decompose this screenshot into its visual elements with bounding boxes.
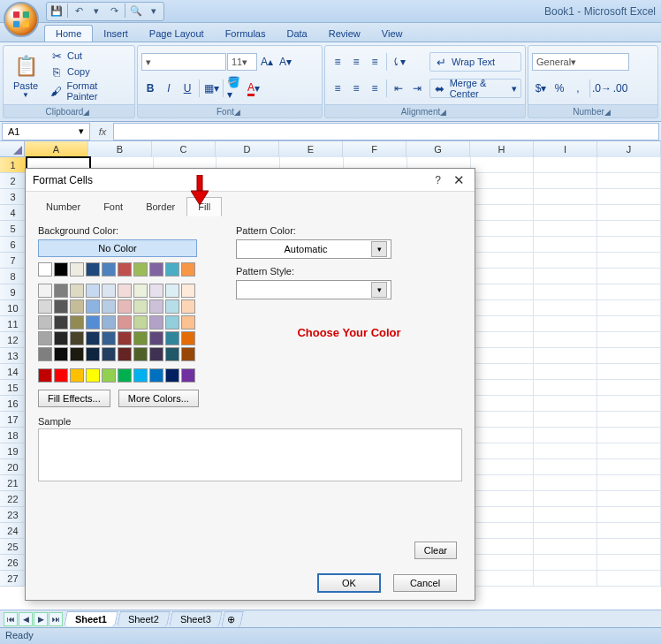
color-swatch[interactable] — [133, 331, 148, 345]
cell[interactable] — [534, 555, 597, 571]
cell[interactable] — [534, 237, 597, 253]
cell[interactable] — [597, 237, 661, 253]
office-button[interactable] — [4, 2, 39, 37]
cell[interactable] — [471, 157, 535, 173]
color-swatch[interactable] — [102, 299, 116, 314]
color-swatch[interactable] — [118, 331, 132, 345]
close-button[interactable]: ✕ — [450, 172, 467, 188]
cell[interactable] — [471, 332, 535, 348]
row-header[interactable]: 21 — [0, 475, 27, 491]
column-header[interactable]: C — [152, 141, 216, 157]
color-swatch[interactable] — [181, 368, 195, 383]
pattern-color-select[interactable]: Automatic▾ — [236, 239, 391, 259]
color-swatch[interactable] — [70, 347, 84, 361]
color-swatch[interactable] — [86, 299, 100, 314]
border-button[interactable]: ▦▾ — [202, 80, 220, 97]
cell[interactable] — [471, 396, 535, 412]
row-header[interactable]: 23 — [0, 507, 27, 523]
cell[interactable] — [471, 316, 535, 332]
color-swatch[interactable] — [165, 331, 179, 345]
column-header[interactable]: F — [343, 141, 406, 157]
cell[interactable] — [597, 157, 661, 173]
more-colors-button[interactable]: More Colors... — [118, 390, 199, 407]
column-header[interactable]: D — [216, 141, 279, 157]
tab-pagelayout[interactable]: Page Layout — [139, 26, 215, 42]
next-sheet-button[interactable]: ▶ — [34, 612, 48, 626]
sheet-tab-2[interactable]: Sheet2 — [117, 611, 170, 626]
color-swatch[interactable] — [149, 331, 163, 345]
save-icon[interactable]: 💾 — [49, 4, 65, 19]
italic-button[interactable]: I — [160, 80, 178, 97]
cell[interactable] — [534, 507, 597, 523]
number-format-select[interactable]: General▾ — [532, 53, 629, 71]
color-swatch[interactable] — [70, 284, 84, 298]
color-swatch[interactable] — [165, 262, 179, 277]
orientation-button[interactable]: ⤹▾ — [390, 53, 407, 71]
color-swatch[interactable] — [165, 284, 179, 298]
align-center-button[interactable]: ≡ — [347, 80, 365, 97]
row-header[interactable]: 10 — [0, 300, 27, 316]
cell[interactable] — [471, 269, 535, 284]
help-button[interactable]: ? — [435, 174, 441, 186]
color-swatch[interactable] — [118, 315, 132, 330]
cell[interactable] — [534, 571, 597, 587]
column-header[interactable]: H — [470, 141, 534, 157]
decrease-decimal-button[interactable]: .00 — [612, 80, 629, 97]
cell[interactable] — [534, 523, 597, 539]
row-header[interactable]: 9 — [0, 284, 27, 300]
cell[interactable] — [534, 253, 597, 269]
bold-button[interactable]: B — [141, 80, 159, 97]
cell[interactable] — [597, 380, 661, 396]
row-header[interactable]: 26 — [0, 555, 27, 571]
tab-view[interactable]: View — [371, 26, 414, 42]
sheet-tab-1[interactable]: Sheet1 — [64, 611, 118, 626]
underline-button[interactable]: U — [179, 80, 196, 97]
color-swatch[interactable] — [38, 347, 52, 361]
cell[interactable] — [597, 523, 661, 539]
row-header[interactable]: 20 — [0, 459, 27, 475]
color-swatch[interactable] — [54, 347, 68, 361]
color-swatch[interactable] — [102, 315, 116, 330]
color-swatch[interactable] — [149, 299, 163, 314]
cell[interactable] — [471, 459, 535, 475]
color-swatch[interactable] — [38, 299, 52, 314]
paste-button[interactable]: 📋 Paste ▼ — [5, 48, 46, 102]
column-header[interactable]: J — [597, 141, 661, 157]
cell[interactable] — [471, 539, 535, 555]
cell[interactable] — [597, 396, 661, 412]
clear-button[interactable]: Clear — [414, 542, 457, 559]
cell[interactable] — [534, 412, 597, 428]
font-family-select[interactable]: ▾ — [141, 53, 226, 71]
currency-button[interactable]: $▾ — [532, 80, 550, 97]
name-box[interactable]: A1▾ — [2, 123, 90, 140]
cell[interactable] — [534, 221, 597, 237]
copy-button[interactable]: ⎘Copy — [46, 64, 133, 80]
cell[interactable] — [597, 189, 661, 205]
cell[interactable] — [534, 539, 597, 555]
color-swatch[interactable] — [86, 315, 100, 330]
cell[interactable] — [597, 412, 661, 428]
cell[interactable] — [471, 475, 535, 491]
cell[interactable] — [534, 396, 597, 412]
cell[interactable] — [597, 507, 661, 523]
qat-dropdown-icon[interactable]: ▾ — [146, 4, 162, 19]
undo-icon[interactable]: ↶ — [71, 4, 87, 19]
dialog-launcher-icon[interactable]: ◢ — [83, 108, 89, 117]
cell[interactable] — [534, 205, 597, 221]
color-swatch[interactable] — [181, 284, 195, 298]
pattern-style-select[interactable]: ▾ — [236, 280, 391, 299]
color-swatch[interactable] — [54, 331, 68, 345]
row-header[interactable]: 4 — [0, 205, 27, 221]
color-swatch[interactable] — [149, 284, 163, 298]
color-swatch[interactable] — [181, 347, 195, 361]
row-header[interactable]: 27 — [0, 571, 27, 587]
align-right-button[interactable]: ≡ — [366, 80, 384, 97]
percent-button[interactable]: % — [551, 80, 568, 97]
tab-data[interactable]: Data — [276, 26, 317, 42]
cell[interactable] — [534, 332, 597, 348]
cell[interactable] — [471, 380, 535, 396]
row-header[interactable]: 3 — [0, 189, 27, 205]
cell[interactable] — [471, 173, 535, 189]
cell[interactable] — [471, 221, 535, 237]
cell[interactable] — [471, 412, 535, 428]
